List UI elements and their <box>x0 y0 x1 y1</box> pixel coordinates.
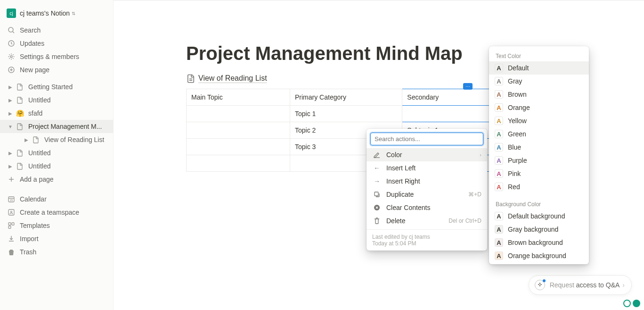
page-project-management[interactable]: ▼ Project Management M... <box>0 120 113 133</box>
page-icon <box>15 148 24 158</box>
page-view-reading-list[interactable]: ▶ View of Reading List <box>0 133 113 146</box>
action-insert-right[interactable]: → Insert Right <box>367 175 487 188</box>
plus-circle-icon <box>7 65 16 75</box>
workspace-icon: cj <box>7 8 16 18</box>
trash-button[interactable]: Trash <box>0 245 113 259</box>
templates-icon <box>7 221 16 230</box>
trash-icon <box>7 247 16 257</box>
page-icon <box>186 74 196 83</box>
text-color-heading: Text Color <box>489 50 589 61</box>
color-swatch-icon: A <box>495 143 503 151</box>
color-swatch-icon: A <box>495 169 503 178</box>
action-menu: Color › ← Insert Left → Insert Right Dup… <box>367 129 487 251</box>
arrow-right-icon: → <box>372 177 382 185</box>
page-icon <box>15 95 24 105</box>
subtitle-link[interactable]: View of Reading List <box>186 74 534 83</box>
column-handle[interactable]: ⋯ <box>463 83 473 90</box>
chevron-right-icon[interactable]: ▶ <box>7 111 14 116</box>
color-option-orange[interactable]: AOrange <box>489 101 589 114</box>
svg-rect-11 <box>375 192 378 196</box>
import-button[interactable]: Import <box>0 232 113 245</box>
page-title[interactable]: Project Management Mind Map <box>186 43 534 64</box>
svg-point-2 <box>10 56 12 58</box>
color-option-blue[interactable]: ABlue <box>489 141 589 154</box>
emoji-icon: 🤗 <box>15 109 24 118</box>
color-swatch-icon: A <box>495 130 503 138</box>
create-teamspace-button[interactable]: Create a teamspace <box>0 206 113 219</box>
color-swatch-icon: A <box>495 238 503 247</box>
teamspace-icon <box>7 208 16 217</box>
calendar-button[interactable]: 29 Calendar <box>0 193 113 206</box>
action-duplicate[interactable]: Duplicate ⌘+D <box>367 188 487 201</box>
svg-rect-8 <box>8 223 11 225</box>
chevron-down-icon[interactable]: ▼ <box>7 124 14 129</box>
bg-option-brown-background[interactable]: ABrown background <box>489 236 589 249</box>
page-untitled-1[interactable]: ▶ Untitled <box>0 93 113 107</box>
duplicate-icon <box>372 191 382 198</box>
color-option-pink[interactable]: APink <box>489 167 589 180</box>
table-header-row: Main Topic Primary Category ⋯ Secondary <box>187 89 534 106</box>
color-option-gray[interactable]: AGray <box>489 75 589 88</box>
bg-color-heading: Background Color <box>489 198 589 209</box>
action-clear-contents[interactable]: Clear Contents <box>367 201 487 214</box>
color-option-green[interactable]: AGreen <box>489 127 589 141</box>
page-icon <box>15 122 24 131</box>
table-row[interactable]: Topic 1 <box>187 106 534 122</box>
chevron-right-icon[interactable]: ▶ <box>7 98 14 103</box>
color-swatch-icon: A <box>495 156 503 165</box>
color-icon <box>372 151 382 159</box>
action-delete[interactable]: Delete Del or Ctrl+D <box>367 214 487 227</box>
sidebar: cj cj teams's Notion ⇅ Search Updates Se… <box>0 0 114 310</box>
action-search-input[interactable] <box>370 133 483 145</box>
color-swatch-icon: A <box>495 64 503 72</box>
action-menu-footer: Last edited by cj teams Today at 5:04 PM <box>367 229 487 248</box>
svg-point-0 <box>8 27 13 32</box>
color-swatch-icon: A <box>495 225 503 234</box>
bg-option-gray-background[interactable]: AGray background <box>489 223 589 236</box>
chevron-right-icon[interactable]: ▶ <box>23 137 30 142</box>
updates-button[interactable]: Updates <box>0 37 113 50</box>
bg-option-orange-background[interactable]: AOrange background <box>489 249 589 262</box>
chevron-right-icon: › <box>622 281 625 289</box>
page-getting-started[interactable]: ▶ Getting Started <box>0 80 113 93</box>
chevron-right-icon[interactable]: ▶ <box>7 164 14 169</box>
color-option-red[interactable]: ARed <box>489 180 589 193</box>
action-insert-left[interactable]: ← Insert Left <box>367 161 487 175</box>
svg-rect-10 <box>8 226 11 228</box>
color-swatch-icon: A <box>495 251 503 260</box>
search-icon <box>7 25 16 35</box>
svg-rect-9 <box>12 223 14 225</box>
chevron-right-icon[interactable]: ▶ <box>7 151 14 156</box>
workspace-switcher[interactable]: cj cj teams's Notion ⇅ <box>0 5 113 20</box>
help-buttons[interactable] <box>623 300 640 307</box>
add-page-button[interactable]: Add a page <box>0 173 113 186</box>
table-header[interactable]: Primary Category <box>290 89 402 106</box>
sparkle-icon <box>535 280 545 290</box>
templates-button[interactable]: Templates <box>0 219 113 232</box>
clear-icon <box>372 204 382 211</box>
page-untitled-3[interactable]: ▶ Untitled <box>0 159 113 173</box>
page-untitled-2[interactable]: ▶ Untitled <box>0 146 113 159</box>
page-sfafd[interactable]: ▶ 🤗 sfafd <box>0 107 113 120</box>
color-swatch-icon: A <box>495 103 503 112</box>
help-dot-icon[interactable] <box>633 300 640 307</box>
action-color[interactable]: Color › <box>367 148 487 161</box>
settings-button[interactable]: Settings & members <box>0 50 113 63</box>
bg-option-default-background[interactable]: ADefault background <box>489 209 589 223</box>
table-header[interactable]: Main Topic <box>187 89 290 106</box>
color-swatch-icon: A <box>495 90 503 99</box>
color-option-purple[interactable]: APurple <box>489 154 589 167</box>
chevron-updown-icon: ⇅ <box>72 11 75 16</box>
qa-request-button[interactable]: Request access to Q&A › <box>529 275 632 295</box>
color-swatch-icon: A <box>495 183 503 191</box>
color-option-default[interactable]: ADefault <box>489 61 589 75</box>
chevron-right-icon[interactable]: ▶ <box>7 84 14 90</box>
chevron-right-icon: › <box>480 152 481 158</box>
help-dot-icon[interactable] <box>623 300 631 307</box>
workspace-name: cj teams's Notion <box>20 9 70 17</box>
page-icon <box>15 161 24 171</box>
color-option-brown[interactable]: ABrown <box>489 88 589 101</box>
color-option-yellow[interactable]: AYellow <box>489 114 589 127</box>
new-page-button[interactable]: New page <box>0 63 113 76</box>
search-button[interactable]: Search <box>0 24 113 37</box>
